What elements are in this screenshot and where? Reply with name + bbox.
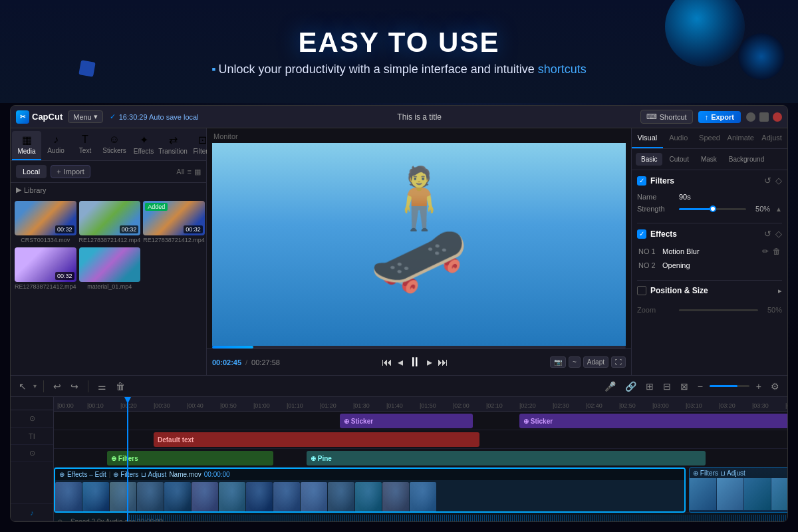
- media-item-2[interactable]: 00:32 RE127838721412.mp4: [79, 201, 141, 245]
- frame-3: [110, 482, 136, 511]
- tab-effects[interactable]: ✦ Effects: [129, 131, 158, 160]
- sub-tab-background[interactable]: Background: [724, 153, 769, 166]
- import-button[interactable]: + Import: [51, 165, 90, 178]
- right-tab-adjust[interactable]: Adjust: [756, 128, 787, 148]
- plus-zoom-btn[interactable]: +: [753, 380, 764, 393]
- audio-connect-btn[interactable]: 🔗: [622, 380, 639, 393]
- split-btn[interactable]: ⚌: [95, 380, 109, 393]
- tl-right: 🎤 🔗 ⊞ ⊟ ⊠ − + ⚙: [602, 380, 782, 393]
- video-clip-2[interactable]: ⊕ Filters ⊔ Adjust: [689, 467, 787, 513]
- adjust-label: ⊔ Adjust: [141, 471, 166, 478]
- fullscreen-btn[interactable]: ⛶: [611, 356, 626, 368]
- media-item-4[interactable]: 00:32 RE127838721412.mp4: [15, 247, 76, 291]
- zoom-slider-container[interactable]: [679, 309, 758, 311]
- minus-zoom-btn[interactable]: −: [695, 380, 706, 393]
- strength-slider[interactable]: [679, 208, 746, 210]
- sub-tab-mask[interactable]: Mask: [696, 153, 722, 166]
- media-filename-1: CRST001334.mov: [15, 235, 76, 245]
- hero-subtitle: ▪Unlock your productivity with a simple …: [211, 63, 587, 76]
- waveform-btn[interactable]: ~: [569, 356, 581, 368]
- media-item-5[interactable]: material_01.mp4: [79, 247, 141, 291]
- multi-track-btn[interactable]: ⊞: [643, 380, 656, 393]
- strength-thumb: [710, 205, 716, 212]
- media-thumb-2[interactable]: 00:32: [79, 201, 141, 235]
- minimize-button[interactable]: [746, 112, 755, 122]
- select-tool[interactable]: ↖: [16, 380, 29, 393]
- tab-audio[interactable]: ♪ Audio: [41, 131, 70, 160]
- effects-section: ✓ Effects ↺ ◇ NO 1 Motion Blur ✏ 🗑 NO 2 …: [637, 229, 782, 272]
- right-tab-speed[interactable]: Speed: [694, 128, 726, 148]
- video-frames: [55, 482, 684, 511]
- right-tab-animate[interactable]: Animate: [725, 128, 756, 148]
- zoom-slider[interactable]: [710, 385, 749, 387]
- close-button[interactable]: [773, 112, 782, 122]
- media-thumb-1[interactable]: 00:32: [15, 201, 76, 235]
- effect-1-delete-btn[interactable]: 🗑: [773, 247, 781, 256]
- split2-btn[interactable]: ⊠: [678, 380, 691, 393]
- timeline-content: ⊙ TI ⊙ ♪ |00:00 |00:10 |00:20 |00:30 |00…: [11, 397, 787, 521]
- adapt-btn[interactable]: Adapt: [583, 356, 608, 368]
- step-back-button[interactable]: ◂: [396, 354, 404, 370]
- media-thumb-5[interactable]: [79, 247, 141, 282]
- playhead: [127, 397, 128, 521]
- position-header[interactable]: Position & Size ▸: [637, 286, 782, 295]
- sub-tab-basic[interactable]: Basic: [636, 153, 662, 166]
- play-pause-button[interactable]: ⏸: [407, 353, 423, 371]
- media-grid: 00:32 CRST001334.mov 00:32 RE12783872141…: [11, 197, 206, 295]
- export-button[interactable]: ↑ Export: [698, 111, 741, 123]
- maximize-button[interactable]: [759, 112, 769, 122]
- right-tab-audio[interactable]: Audio: [663, 128, 694, 148]
- filters-diamond-btn[interactable]: ◇: [775, 176, 782, 186]
- library-row[interactable]: ▶ Library: [11, 183, 206, 197]
- sub-tab-cutout[interactable]: Cutout: [664, 153, 694, 166]
- filter-name-row: Name 90s: [637, 191, 782, 203]
- media-item-1[interactable]: 00:32 CRST001334.mov: [15, 201, 76, 245]
- sticker-clip-2[interactable]: ⊕ Sticker: [519, 414, 787, 428]
- pine-clip-label: ⊕ Pine: [311, 455, 332, 462]
- undo-btn[interactable]: ↩: [51, 380, 64, 393]
- connect-btn[interactable]: ⊟: [660, 380, 674, 393]
- video-clip-2-header: ⊕ Filters ⊔ Adjust: [690, 468, 787, 478]
- step-forward-button[interactable]: ▸: [426, 354, 434, 370]
- delete-btn[interactable]: 🗑: [113, 380, 128, 393]
- zoom-track: [679, 309, 758, 311]
- autosave-check-icon: ✓: [110, 112, 116, 121]
- local-button[interactable]: Local: [16, 165, 47, 178]
- media-item-3[interactable]: Added 00:32 RE127838721412.mp4: [143, 201, 205, 245]
- settings-btn[interactable]: ⚙: [768, 380, 782, 393]
- right-tab-visual[interactable]: Visual: [632, 128, 663, 148]
- skip-back-button[interactable]: ⏮: [380, 355, 394, 370]
- sticker-clip-1[interactable]: ⊕ Sticker: [340, 414, 473, 428]
- media-thumb-3[interactable]: Added 00:32: [143, 201, 205, 235]
- select-chevron: ▾: [33, 382, 37, 390]
- effect-1-edit-btn[interactable]: ✏: [762, 247, 769, 256]
- pine-clip[interactable]: ⊕ Pine: [307, 451, 706, 466]
- text-clip[interactable]: Default text: [154, 432, 479, 447]
- frame-2: [82, 482, 109, 511]
- filters-label: ⊕ Filters: [113, 471, 138, 478]
- effects-diamond-btn[interactable]: ◇: [775, 229, 782, 239]
- redo-btn[interactable]: ↪: [68, 380, 81, 393]
- mic-btn[interactable]: 🎤: [602, 380, 618, 393]
- track-label-filter: ⊙: [11, 445, 53, 462]
- strength-up-btn[interactable]: ▲: [775, 205, 782, 213]
- skip-forward-button[interactable]: ⏭: [436, 355, 450, 370]
- filters-check: ✓: [637, 176, 646, 186]
- menu-button[interactable]: Menu ▾: [68, 110, 103, 123]
- media-thumb-4[interactable]: 00:32: [15, 247, 76, 282]
- filter-clip[interactable]: ⊕ Filters: [107, 451, 273, 466]
- progress-bar[interactable]: [212, 346, 626, 348]
- camera-btn[interactable]: 📷: [550, 356, 566, 368]
- stickers-icon: ☺: [109, 134, 120, 146]
- tab-transition[interactable]: ⇄ Transition: [158, 131, 188, 160]
- filters-reset-btn[interactable]: ↺: [764, 176, 771, 186]
- frame-4: [137, 482, 164, 511]
- sticker-1-label: ⊕ Sticker: [344, 418, 373, 425]
- tab-stickers[interactable]: ☺ Stickers: [100, 131, 129, 160]
- tab-media[interactable]: ▦ Media: [12, 131, 41, 160]
- effects-edit-row: ⊕ Effects – Edit | ⊕ Filters ⊔ Adjust Na…: [54, 467, 686, 513]
- shortcut-button[interactable]: ⌨ Shortcut: [640, 110, 693, 124]
- effects-check: ✓: [637, 229, 646, 239]
- tab-text[interactable]: T Text: [70, 131, 100, 160]
- effects-reset-btn[interactable]: ↺: [764, 229, 771, 239]
